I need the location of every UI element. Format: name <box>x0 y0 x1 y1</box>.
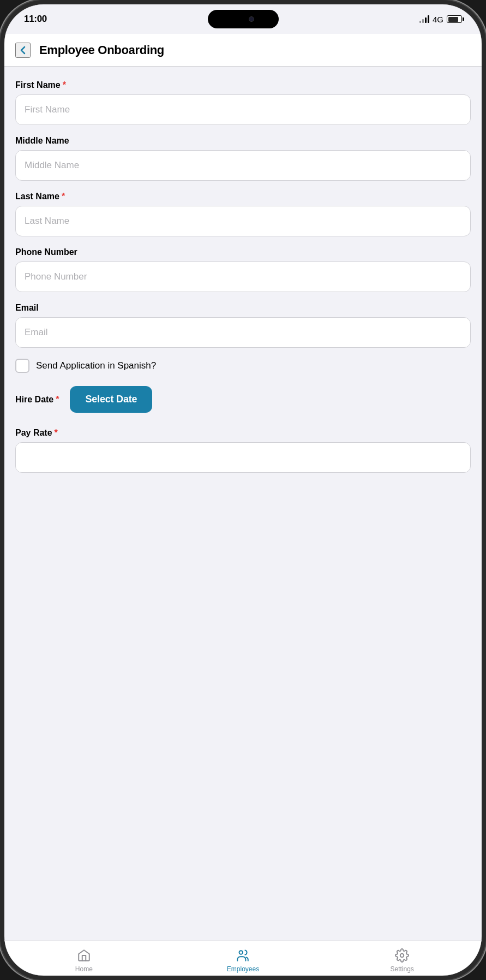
phone-number-label: Phone Number <box>15 247 471 257</box>
battery-icon <box>447 15 462 23</box>
pay-rate-section: Pay Rate * <box>15 428 471 473</box>
status-icons: 4G <box>419 15 462 24</box>
first-name-required: * <box>63 80 66 90</box>
last-name-section: Last Name * <box>15 192 471 236</box>
nav-item-settings[interactable]: Settings <box>380 948 424 973</box>
employees-nav-label: Employees <box>227 965 259 973</box>
signal-bars-icon <box>419 15 429 23</box>
middle-name-section: Middle Name <box>15 136 471 181</box>
settings-icon <box>394 948 410 963</box>
last-name-label: Last Name * <box>15 192 471 201</box>
nav-item-employees[interactable]: Employees <box>221 948 265 973</box>
page-title: Employee Onboarding <box>39 43 164 57</box>
phone-number-section: Phone Number <box>15 247 471 292</box>
select-date-button[interactable]: Select Date <box>70 386 152 413</box>
home-icon <box>76 948 92 963</box>
email-label: Email <box>15 303 471 313</box>
hire-date-row: Hire Date * Select Date <box>15 386 471 413</box>
app-header: Employee Onboarding <box>4 34 482 67</box>
last-name-required: * <box>62 192 65 201</box>
status-bar: 11:00 4G <box>4 4 482 34</box>
first-name-section: First Name * <box>15 80 471 125</box>
svg-point-0 <box>239 951 243 954</box>
spanish-checkbox-label: Send Application in Spanish? <box>36 360 156 371</box>
camera-dot <box>249 16 254 22</box>
middle-name-input[interactable] <box>15 150 471 181</box>
main-content: First Name * Middle Name Last Name * Pho… <box>4 67 482 940</box>
hire-date-label: Hire Date * <box>15 395 59 405</box>
bottom-nav: Home Employees Settings <box>4 940 482 980</box>
home-nav-label: Home <box>75 965 93 973</box>
pay-rate-required: * <box>55 428 58 438</box>
back-button[interactable] <box>15 43 31 58</box>
email-input[interactable] <box>15 317 471 348</box>
settings-nav-label: Settings <box>390 965 413 973</box>
first-name-input[interactable] <box>15 94 471 125</box>
last-name-input[interactable] <box>15 206 471 236</box>
status-time: 11:00 <box>24 14 47 25</box>
dynamic-island <box>208 10 279 28</box>
phone-frame: 11:00 4G Employee Onboarding <box>0 0 486 980</box>
spanish-checkbox-row: Send Application in Spanish? <box>15 359 471 373</box>
nav-item-home[interactable]: Home <box>62 948 106 973</box>
pay-rate-label: Pay Rate * <box>15 428 471 438</box>
first-name-label: First Name * <box>15 80 471 90</box>
hire-date-required: * <box>56 395 59 405</box>
spanish-checkbox[interactable] <box>15 359 29 373</box>
network-label: 4G <box>433 15 443 24</box>
svg-point-1 <box>400 953 404 957</box>
middle-name-label: Middle Name <box>15 136 471 146</box>
email-section: Email <box>15 303 471 348</box>
employees-icon <box>235 948 250 963</box>
phone-number-input[interactable] <box>15 262 471 292</box>
pay-rate-input-container <box>15 442 471 473</box>
